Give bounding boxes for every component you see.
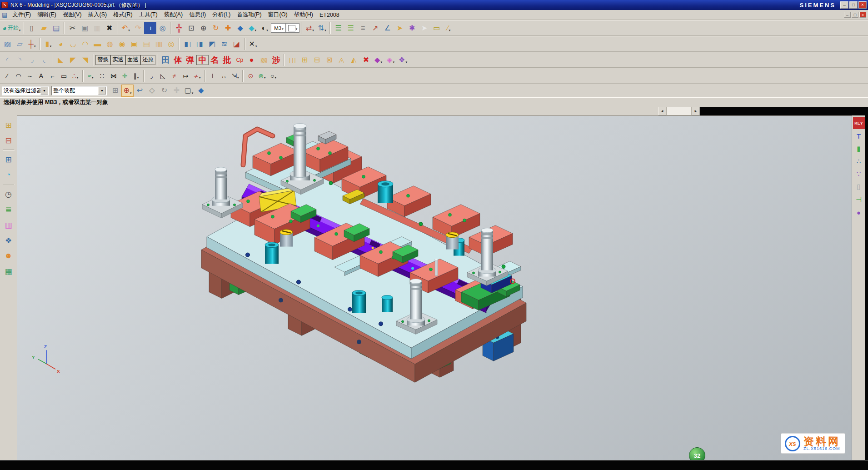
mold-insert-button[interactable]: ⊟ [311,54,323,66]
find-component-button[interactable]: ◎ [156,22,169,34]
molecule-button[interactable]: ∵ [853,168,865,180]
extrude-button[interactable]: ▮▾ [42,38,55,50]
measure-distance-button[interactable]: ∕▾ [443,22,455,34]
through-curves-button[interactable]: ◝ [14,54,26,66]
violet-tool-button[interactable]: ❖▾ [397,54,409,66]
paste-button[interactable]: ▥ [91,22,103,34]
render-style-button[interactable]: ◐▾ [259,22,271,34]
arc-button[interactable]: ◠ [13,70,24,81]
derived-lines-button[interactable]: ∥▾ [130,70,142,81]
graphics-viewport[interactable]: Z X Y 32 xs 资料网 ZL.X51616.COM [17,115,852,460]
text-button[interactable]: A [35,70,47,81]
assemblies-menu[interactable]: 装配(A) [161,10,186,20]
information-tab[interactable]: ≣ [2,203,15,216]
undo-button[interactable]: ↶▾ [120,22,132,34]
transform-button[interactable]: ⇅▾ [316,22,328,34]
clamp-tool-button[interactable]: ⊣ [853,194,865,205]
window-menu[interactable]: 窗口(O) [265,10,291,20]
chevron-down-icon[interactable]: ▼ [40,87,48,95]
intersect-button[interactable]: ◩ [206,38,218,50]
selection-undo-button[interactable]: ↩ [134,85,146,97]
assembly-navigator-tab[interactable]: ⊞ [2,118,15,132]
rectangle-select-dropdown[interactable]: ▢▾ [183,85,195,97]
face-translucent-macro-button[interactable]: 面透 [125,55,140,65]
zoom-box-button[interactable]: ⊡ [185,22,197,34]
et2008-menu[interactable]: ET2008 [316,10,343,20]
extend-curve-button[interactable]: ↦ [180,70,191,81]
drag-tool-button[interactable]: ✚ [170,85,183,97]
datum-csys-button[interactable]: ┼▾ [26,38,38,50]
analysis-menu[interactable]: 分析(L) [209,10,234,20]
tian-macro-button[interactable]: 田 [160,54,172,66]
zoom-in-out-button[interactable]: ⊕ [197,22,210,34]
groove-button[interactable]: ◎ [165,38,177,50]
constraint-button[interactable]: ⊥ [207,70,218,81]
solid-translucent-macro-button[interactable]: 实透 [110,55,125,65]
quick-trim-button[interactable]: ≁▾ [191,70,203,81]
pink-tool-button[interactable]: ◈▾ [384,54,397,66]
bend-button[interactable]: ◤ [67,54,79,66]
dimension-button[interactable]: ↔ [218,70,229,81]
close-button[interactable]: × [858,1,867,9]
background-swatch-dropdown[interactable]: ▾ [286,23,300,33]
unite-button[interactable]: ◧ [181,38,194,50]
mold-cavity-button[interactable]: ◫ [286,54,299,66]
sketch-button[interactable]: ▨ [1,38,14,50]
mold-wedge-button[interactable]: ◬ [335,54,348,66]
flange-button[interactable]: ◣ [55,54,67,66]
trim-body-button[interactable]: ◪ [230,38,243,50]
auto-dimension-button[interactable]: ⇲▾ [229,70,241,81]
ti-macro-button[interactable]: 体 [172,54,184,66]
red-ball-button[interactable]: ● [245,54,258,66]
rotate-view-button[interactable]: ↻ [210,22,222,34]
point-button[interactable]: ∴▾ [70,70,81,81]
n-sided-surface-button[interactable]: ◟ [38,54,50,66]
delete-button[interactable]: ✖ [103,22,115,34]
view-preset-dropdown[interactable]: M3▾ [271,23,286,33]
shaded-display-button[interactable]: ◆▾ [246,22,259,34]
mold-core-button[interactable]: ⊞ [299,54,311,66]
bounding-body-button[interactable]: ▧ [258,54,270,66]
iso-cube-button[interactable]: ◇ [146,85,158,97]
show-hide-button[interactable]: ╬ [173,22,185,34]
trim-curve-button[interactable]: ≠ [169,70,180,81]
boss-button[interactable]: ◉ [116,38,128,50]
scroll-right-button[interactable]: ► [692,107,700,115]
hole-button[interactable]: ◍ [104,38,116,50]
pan-view-button[interactable]: ✚ [222,22,234,34]
info-window-button[interactable]: i [144,22,156,34]
insert-menu[interactable]: 插入(S) [85,10,110,20]
edit-menu[interactable]: 编辑(E) [34,10,60,20]
key-badge-button[interactable]: KEY [853,117,865,129]
intersection-point-button[interactable]: ✛ [119,70,130,81]
measure-angle-button[interactable]: ∠ [381,22,394,34]
new-file-button[interactable]: ▯ [25,22,38,34]
block-button[interactable]: ▬ [91,38,104,50]
chevron-down-icon[interactable]: ▼ [98,87,106,95]
circle-red-button[interactable]: ⊙ [245,70,256,81]
format-menu[interactable]: 格式(R) [110,10,135,20]
snap-sparkle-button[interactable]: ✱ [406,22,418,34]
pocket-button[interactable]: ▣ [128,38,140,50]
selection-scope-dropdown[interactable]: 整个装配 ▼ [51,86,107,95]
constraint-navigator-tab[interactable]: ⊟ [2,134,15,147]
mold-trim-button[interactable]: ⊠ [323,54,335,66]
purple-tool-button[interactable]: ◆▾ [372,54,384,66]
selection-filter-dropdown[interactable]: 没有选择过滤器 ▼ [2,86,49,95]
she-macro-button[interactable]: 涉 [270,54,282,66]
profile-button[interactable]: ⌐ [47,70,58,81]
mirror-curve-button[interactable]: ⋈ [108,70,119,81]
open-file-button[interactable]: ▰ [38,22,50,34]
contour-flange-button[interactable]: ◥ [79,54,91,66]
help-menu[interactable]: 帮助(H) [291,10,316,20]
datum-plane-button[interactable]: ▱ [14,38,26,50]
delete-tool-button[interactable]: ✖ [360,54,372,66]
tools-menu[interactable]: 工具(T) [136,10,161,20]
purple-ball-button[interactable]: ● [853,206,865,218]
information-list-button[interactable]: ☰ [332,22,344,34]
cut-button[interactable]: ✂ [66,22,79,34]
save-button[interactable]: ▤ [50,22,62,34]
beaker-button[interactable]: ▯ [853,181,865,193]
color-palette-tab[interactable]: ▥ [2,218,15,232]
replace-macro-button[interactable]: 替换 [95,55,110,65]
